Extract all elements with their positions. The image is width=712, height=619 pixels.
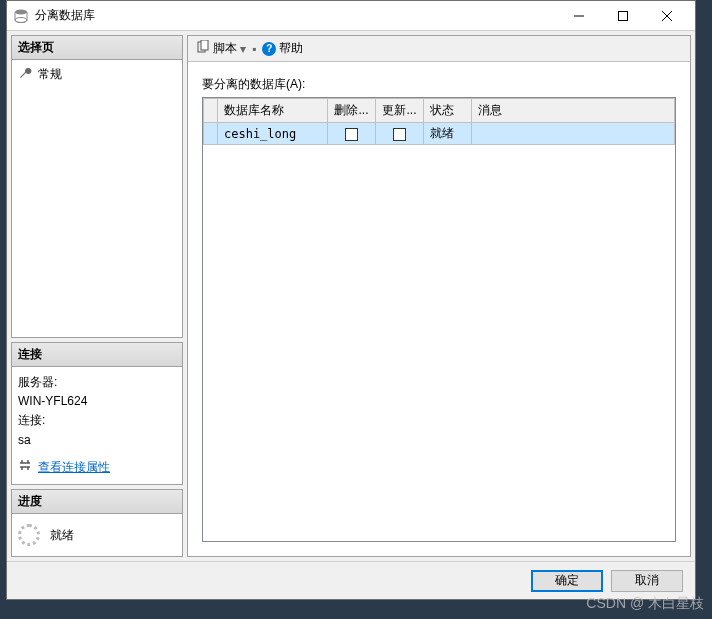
grid-header-row: 数据库名称 删除... 更新... 状态 消息 [204, 99, 675, 123]
progress-status: 就绪 [50, 527, 74, 544]
toolbar: 脚本 ▾ ▪ ? 帮助 [188, 36, 690, 62]
svg-rect-7 [201, 40, 208, 50]
content-area: 选择页 常规 连接 服务器: WIN-YFL624 连接: sa 查看连接属性 [7, 31, 695, 561]
wrench-icon [18, 66, 32, 83]
maximize-button[interactable] [601, 1, 645, 30]
col-drop[interactable]: 删除... [328, 99, 376, 123]
title-bar: 分离数据库 [7, 1, 695, 31]
svg-point-0 [15, 9, 27, 14]
conn-value: sa [18, 431, 176, 450]
col-message[interactable]: 消息 [472, 99, 675, 123]
cell-message [472, 123, 675, 145]
progress-spinner-icon [18, 524, 40, 546]
server-value: WIN-YFL624 [18, 392, 176, 411]
left-panel: 选择页 常规 连接 服务器: WIN-YFL624 连接: sa 查看连接属性 [11, 35, 183, 557]
connection-header: 连接 [12, 343, 182, 367]
conn-label: 连接: [18, 411, 176, 430]
cell-db-name: ceshi_long [218, 123, 328, 145]
databases-label: 要分离的数据库(A): [202, 76, 676, 93]
script-icon [196, 40, 210, 57]
detach-database-dialog: 分离数据库 选择页 常规 连接 服务器: WIN-YFL624 连接: [6, 0, 696, 600]
svg-rect-3 [619, 11, 628, 20]
cancel-button[interactable]: 取消 [611, 570, 683, 592]
col-update[interactable]: 更新... [376, 99, 424, 123]
row-indicator [204, 123, 218, 145]
select-page-header: 选择页 [12, 36, 182, 60]
chevron-down-icon: ▾ [240, 42, 246, 56]
update-checkbox[interactable] [393, 128, 406, 141]
table-row[interactable]: ceshi_long 就绪 [204, 123, 675, 145]
ok-button[interactable]: 确定 [531, 570, 603, 592]
select-page-item-general[interactable]: 常规 [38, 66, 62, 83]
close-button[interactable] [645, 1, 689, 30]
window-controls [557, 1, 689, 30]
right-panel: 脚本 ▾ ▪ ? 帮助 要分离的数据库(A): 数据库名称 [187, 35, 691, 557]
svg-point-1 [15, 17, 27, 22]
minimize-button[interactable] [557, 1, 601, 30]
cell-status: 就绪 [424, 123, 472, 145]
progress-header: 进度 [12, 490, 182, 514]
form-area: 要分离的数据库(A): 数据库名称 删除... 更新... 状态 消息 [188, 62, 690, 556]
help-button[interactable]: ? 帮助 [260, 38, 305, 59]
view-connection-properties-link[interactable]: 查看连接属性 [38, 458, 110, 477]
app-icon [13, 8, 29, 24]
connection-section: 连接 服务器: WIN-YFL624 连接: sa 查看连接属性 [11, 342, 183, 485]
col-name[interactable]: 数据库名称 [218, 99, 328, 123]
script-button[interactable]: 脚本 ▾ [194, 38, 248, 59]
drop-checkbox[interactable] [345, 128, 358, 141]
col-status[interactable]: 状态 [424, 99, 472, 123]
window-title: 分离数据库 [35, 7, 557, 24]
button-bar: 确定 取消 [7, 561, 695, 599]
server-label: 服务器: [18, 373, 176, 392]
help-icon: ? [262, 42, 276, 56]
connection-props-icon [18, 458, 32, 478]
select-page-section: 选择页 常规 [11, 35, 183, 338]
progress-section: 进度 就绪 [11, 489, 183, 557]
databases-grid[interactable]: 数据库名称 删除... 更新... 状态 消息 ceshi_long [202, 97, 676, 542]
